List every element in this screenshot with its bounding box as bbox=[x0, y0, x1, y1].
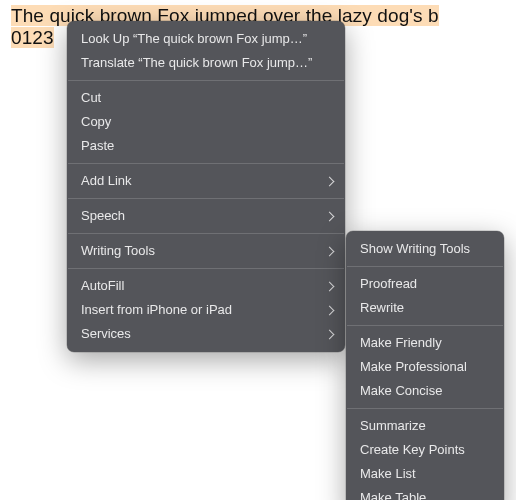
menu-item-translate[interactable]: Translate “The quick brown Fox jump…” bbox=[67, 51, 345, 75]
menu-separator bbox=[68, 268, 344, 269]
menu-item-label: Add Link bbox=[81, 173, 132, 189]
submenu-item-show-writing-tools[interactable]: Show Writing Tools bbox=[346, 237, 504, 261]
menu-item-paste[interactable]: Paste bbox=[67, 134, 345, 158]
menu-item-label: Writing Tools bbox=[81, 243, 155, 259]
context-menu: Look Up “The quick brown Fox jump…” Tran… bbox=[67, 21, 345, 352]
submenu-item-proofread[interactable]: Proofread bbox=[346, 272, 504, 296]
menu-item-label: Summarize bbox=[360, 418, 426, 434]
chevron-right-icon bbox=[325, 281, 335, 291]
text-line-2[interactable]: 0123 bbox=[11, 27, 54, 48]
menu-item-label: Rewrite bbox=[360, 300, 404, 316]
menu-item-label: Make Table bbox=[360, 490, 426, 500]
menu-item-label: Cut bbox=[81, 90, 101, 106]
menu-separator bbox=[68, 163, 344, 164]
chevron-right-icon bbox=[325, 176, 335, 186]
menu-separator bbox=[68, 80, 344, 81]
menu-item-services[interactable]: Services bbox=[67, 322, 345, 346]
submenu-item-make-table[interactable]: Make Table bbox=[346, 486, 504, 500]
submenu-item-create-key-points[interactable]: Create Key Points bbox=[346, 438, 504, 462]
menu-item-label: Proofread bbox=[360, 276, 417, 292]
menu-item-speech[interactable]: Speech bbox=[67, 204, 345, 228]
menu-item-label: Copy bbox=[81, 114, 111, 130]
menu-item-look-up[interactable]: Look Up “The quick brown Fox jump…” bbox=[67, 27, 345, 51]
menu-item-label: Translate “The quick brown Fox jump…” bbox=[81, 55, 312, 71]
writing-tools-submenu: Show Writing Tools Proofread Rewrite Mak… bbox=[346, 231, 504, 500]
submenu-item-rewrite[interactable]: Rewrite bbox=[346, 296, 504, 320]
menu-item-label: Make Concise bbox=[360, 383, 442, 399]
menu-item-label: Show Writing Tools bbox=[360, 241, 470, 257]
menu-item-label: Create Key Points bbox=[360, 442, 465, 458]
submenu-item-make-friendly[interactable]: Make Friendly bbox=[346, 331, 504, 355]
submenu-item-make-professional[interactable]: Make Professional bbox=[346, 355, 504, 379]
menu-item-label: Make List bbox=[360, 466, 416, 482]
chevron-right-icon bbox=[325, 211, 335, 221]
submenu-item-summarize[interactable]: Summarize bbox=[346, 414, 504, 438]
menu-item-label: Services bbox=[81, 326, 131, 342]
chevron-right-icon bbox=[325, 305, 335, 315]
menu-item-label: Look Up “The quick brown Fox jump…” bbox=[81, 31, 307, 47]
chevron-right-icon bbox=[325, 246, 335, 256]
menu-separator bbox=[68, 233, 344, 234]
submenu-item-make-list[interactable]: Make List bbox=[346, 462, 504, 486]
menu-item-autofill[interactable]: AutoFill bbox=[67, 274, 345, 298]
menu-item-insert-from-device[interactable]: Insert from iPhone or iPad bbox=[67, 298, 345, 322]
menu-item-label: Make Professional bbox=[360, 359, 467, 375]
menu-item-copy[interactable]: Copy bbox=[67, 110, 345, 134]
menu-item-label: AutoFill bbox=[81, 278, 124, 294]
menu-item-writing-tools[interactable]: Writing Tools bbox=[67, 239, 345, 263]
menu-separator bbox=[347, 325, 503, 326]
submenu-item-make-concise[interactable]: Make Concise bbox=[346, 379, 504, 403]
menu-item-cut[interactable]: Cut bbox=[67, 86, 345, 110]
menu-item-label: Insert from iPhone or iPad bbox=[81, 302, 232, 318]
menu-separator bbox=[347, 266, 503, 267]
menu-item-add-link[interactable]: Add Link bbox=[67, 169, 345, 193]
menu-item-label: Paste bbox=[81, 138, 114, 154]
chevron-right-icon bbox=[325, 329, 335, 339]
menu-item-label: Speech bbox=[81, 208, 125, 224]
menu-item-label: Make Friendly bbox=[360, 335, 442, 351]
menu-separator bbox=[68, 198, 344, 199]
menu-separator bbox=[347, 408, 503, 409]
